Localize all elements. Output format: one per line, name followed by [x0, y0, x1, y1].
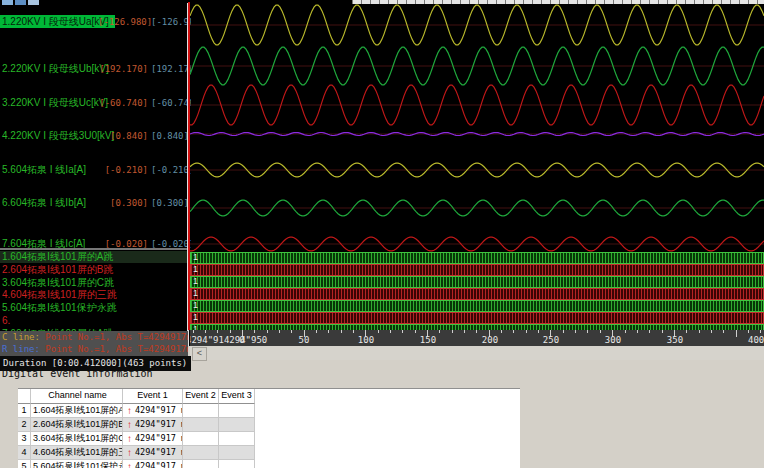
table-row[interactable]: 22.604拓泉Ⅰ线101屏的B跳↑4294"917 ms [18, 418, 520, 432]
axis-tick [587, 330, 588, 333]
digital-event-table[interactable]: Channel nameEvent 1Event 2Event 311.604拓… [18, 388, 520, 468]
digital-state-value: 1 [193, 312, 198, 322]
event1-time: 4294"917 ms [135, 460, 183, 468]
axis-tick [513, 330, 514, 333]
digital-trace[interactable]: 1 [190, 252, 764, 264]
cursor-line[interactable] [188, 2, 190, 330]
cursor-r-value: [-126.980] [151, 16, 191, 28]
row-number: 2 [18, 418, 31, 432]
axis-tick [205, 330, 206, 333]
axis-tick [736, 330, 737, 337]
header-event-1: Event 1 [123, 389, 183, 404]
event3-cell [219, 432, 255, 446]
axis-tick [575, 330, 576, 333]
event1-cell: ↑4294"917 ms [123, 460, 183, 468]
rising-edge-icon: ↑ [127, 433, 132, 445]
r-line-status: R line: Point No.=1, Abs T=4294917ms, Re… [0, 343, 188, 355]
axis-label: 4294"914294"950 [190, 335, 267, 345]
digital-channel-label[interactable]: 3.604拓泉Ⅰ线101屏的C跳 [0, 277, 189, 289]
channel-label-panel: 1.220KV I 段母线Ua[kV][-126.980][-126.980]2… [0, 0, 187, 346]
table-row[interactable]: 55.604拓泉Ⅰ线101保护永跳↑4294"917 ms [18, 460, 520, 468]
digital-event-title: Digital event information [2, 368, 153, 379]
header-num [18, 389, 31, 404]
event3-cell [219, 446, 255, 460]
axis-tick [723, 330, 724, 333]
axis-label: 350 [667, 335, 683, 345]
fault-recorder-window: 1.220KV I 段母线Ua[kV][-126.980][-126.980]2… [0, 0, 764, 468]
cursor-r-value: [-60.740] [151, 97, 191, 109]
time-axis[interactable]: 4294"914294"950050100150200250300350400 [190, 330, 764, 346]
digital-trace[interactable]: 1 [190, 264, 764, 276]
digital-channel-label[interactable]: 1.604拓泉Ⅰ线101屏的A跳 [0, 251, 189, 263]
cursor-c-value: [-126.980] [98, 16, 148, 28]
rising-edge-icon: ↑ [127, 461, 132, 468]
axis-tick [217, 330, 218, 333]
axis-label: 100 [358, 335, 374, 345]
digital-channel-label[interactable]: 5.604拓泉Ⅰ线101保护永跳 [0, 302, 189, 314]
axis-label: 150 [420, 335, 436, 345]
axis-tick [353, 330, 354, 333]
axis-tick [341, 330, 342, 333]
event-channel-name: 2.604拓泉Ⅰ线101屏的B跳 [31, 418, 123, 432]
table-header-row: Channel nameEvent 1Event 2Event 3 [18, 389, 520, 404]
axis-tick [476, 330, 477, 333]
event-channel-name: 4.604拓泉Ⅰ线101屏的三跳 [31, 446, 123, 460]
digital-trace[interactable]: 1 [190, 288, 764, 300]
axis-tick [316, 330, 317, 333]
analog-channel-label: 2.220KV I 段母线Ub[kV] [2, 62, 109, 75]
event3-cell [219, 460, 255, 468]
cursor-c-value: [0.300] [98, 197, 148, 209]
analog-channel-row[interactable]: 4.220KV I 段母线3U0[kV][0.840][0.840] [0, 129, 187, 142]
event1-cell: ↑4294"917 ms [123, 432, 183, 446]
header-channel-name: Channel name [31, 389, 123, 404]
event2-cell [183, 460, 219, 468]
cursor-c-value: [-60.740] [98, 97, 148, 109]
event1-time: 4294"917 ms [135, 446, 183, 459]
horizontal-scrollbar[interactable]: < [190, 346, 764, 360]
digital-trace[interactable]: 1 [190, 312, 764, 324]
analog-channel-row[interactable]: 5.604拓泉 I 线Ia[A][-0.210][-0.210] [0, 163, 187, 176]
axis-tick [402, 330, 403, 333]
table-row[interactable]: 44.604拓泉Ⅰ线101屏的三跳↑4294"917 ms [18, 446, 520, 460]
analog-channel-row[interactable]: 3.220KV I 段母线Uc[kV][-60.740][-60.740] [0, 96, 187, 109]
axis-tick [378, 330, 379, 333]
digital-trace[interactable]: 1 [190, 276, 764, 288]
analog-channel-label: 5.604拓泉 I 线Ia[A] [2, 163, 86, 176]
digital-channel-label[interactable]: 6. [0, 315, 189, 327]
event2-cell [183, 446, 219, 460]
axis-tick [439, 330, 440, 333]
axis-tick [279, 330, 280, 333]
table-row[interactable]: 33.604拓泉Ⅰ线101屏的C跳↑4294"917 ms [18, 432, 520, 446]
row-number: 5 [18, 460, 31, 468]
event-channel-name: 3.604拓泉Ⅰ线101屏的C跳 [31, 432, 123, 446]
axis-tick [291, 330, 292, 333]
header-event-3: Event 3 [219, 389, 255, 404]
scroll-left-button[interactable]: < [192, 347, 207, 361]
digital-channel-label[interactable]: 4.604拓泉Ⅰ线101屏的三跳 [0, 289, 189, 301]
digital-trace-area[interactable]: 1111111 [190, 252, 764, 330]
axis-tick [637, 330, 638, 333]
axis-tick [464, 330, 465, 333]
cursor-r-value: [192.170] [151, 63, 191, 75]
row-number: 4 [18, 446, 31, 460]
analog-channel-label: 3.220KV I 段母线Uc[kV] [2, 96, 108, 109]
analog-channel-row[interactable]: 1.220KV I 段母线Ua[kV][-126.980][-126.980] [0, 15, 187, 28]
digital-trace[interactable]: 1 [190, 300, 764, 312]
digital-channel-label[interactable]: 2.604拓泉Ⅰ线101屏的B跳 [0, 264, 189, 276]
axis-label: 300 [605, 335, 621, 345]
table-row[interactable]: 11.604拓泉Ⅰ线101屏的A跳↑4294"917 ms [18, 404, 520, 418]
axis-label: 200 [482, 335, 498, 345]
cursor-status-panel: C line: Point No.=1, Abs T=4294917ms, Re… [0, 331, 188, 356]
analog-channel-row[interactable]: 2.220KV I 段母线Ub[kV][192.170][192.170] [0, 62, 187, 75]
axis-tick [699, 330, 700, 333]
rising-edge-icon: ↑ [127, 447, 132, 459]
event1-time: 4294"917 ms [135, 418, 183, 431]
analog-channel-row[interactable]: 6.604拓泉 I 线Ib[A][0.300][0.300] [0, 196, 187, 209]
cursor-c-value: [-0.210] [98, 164, 148, 176]
axis-tick [230, 330, 231, 333]
axis-tick [748, 330, 749, 333]
axis-tick [600, 330, 601, 333]
analog-channel-label: 6.604拓泉 I 线Ib[A] [2, 196, 86, 209]
event2-cell [183, 432, 219, 446]
event2-cell [183, 418, 219, 432]
